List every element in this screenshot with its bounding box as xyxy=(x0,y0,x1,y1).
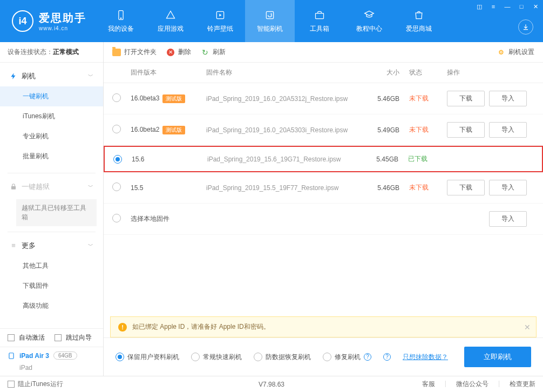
skin-icon[interactable]: ◫ xyxy=(475,2,484,11)
nav-label: 铃声壁纸 xyxy=(207,24,233,33)
main-content: 打开文件夹 ✕删除 ↻刷新 ⚙刷机设置 固件版本 固件名称 大小 状态 操作 1… xyxy=(104,42,543,376)
skip-guide-checkbox[interactable] xyxy=(55,334,62,341)
cell-ops: 下载导入 xyxy=(437,91,534,106)
table-row[interactable]: 16.0beta3测试版iPad_Spring_2019_16.0_20A531… xyxy=(104,83,543,114)
sidebar-item-other[interactable]: 其他工具 xyxy=(0,256,103,276)
sidebar-group-flash[interactable]: 刷机 ﹀ xyxy=(0,66,103,86)
btn-label: 打开文件夹 xyxy=(124,48,157,57)
row-radio[interactable] xyxy=(113,155,122,164)
cell-version: 16.0beta2测试版 xyxy=(131,126,206,134)
nav-store[interactable]: 爱思商城 xyxy=(394,0,444,42)
row-radio[interactable] xyxy=(112,125,121,133)
folder-icon xyxy=(112,49,121,56)
close-warning-icon[interactable]: ✕ xyxy=(524,323,531,332)
conn-value: 正常模式 xyxy=(53,48,79,56)
sidebar-group-jailbreak[interactable]: 一键越狱 ﹀ xyxy=(0,177,103,197)
help-icon[interactable]: ? xyxy=(383,353,391,361)
group-label: 更多 xyxy=(22,241,36,251)
cell-filename: iPad_Spring_2019_16.0_20A5303i_Restore.i… xyxy=(206,126,356,134)
import-button[interactable]: 导入 xyxy=(489,91,527,106)
nav-tutorials[interactable]: 教程中心 xyxy=(344,0,394,42)
flash-now-button[interactable]: 立即刷机 xyxy=(464,347,531,367)
th-size: 大小 xyxy=(356,68,399,77)
row-radio[interactable] xyxy=(112,93,121,102)
footer-wechat[interactable]: 微信公众号 xyxy=(456,380,488,389)
close-icon[interactable]: ✕ xyxy=(531,2,540,11)
nav-label: 爱思商城 xyxy=(406,24,432,33)
cell-local: 选择本地固件 xyxy=(131,214,206,224)
menu-icon[interactable]: ≡ xyxy=(489,2,498,11)
delete-button[interactable]: ✕删除 xyxy=(166,48,191,57)
table-row-local[interactable]: 选择本地固件导入 xyxy=(104,204,543,235)
device-info[interactable]: iPad Air 3 64GB xyxy=(0,347,103,364)
device-type: iPad xyxy=(0,364,103,376)
nav-label: 工具箱 xyxy=(310,24,329,33)
cell-filename: iPad_Spring_2019_15.6_19G71_Restore.ipsw xyxy=(207,156,355,163)
flash-options: 保留用户资料刷机 常规快速刷机 防数据恢复刷机 修复刷机? ? 只想抹除数据？ … xyxy=(104,337,543,376)
download-manager-icon[interactable] xyxy=(518,19,533,35)
radio-icon xyxy=(116,353,124,361)
cell-filename: iPad_Spring_2019_16.0_20A5312j_Restore.i… xyxy=(206,95,356,103)
cell-version: 15.6 xyxy=(132,156,207,163)
opt-anti-recovery[interactable]: 防数据恢复刷机 xyxy=(254,353,311,362)
nav-label: 应用游戏 xyxy=(158,24,184,33)
stop-itunes-checkbox[interactable] xyxy=(8,381,15,388)
cell-status: 已下载 xyxy=(398,154,436,164)
toolbar: 打开文件夹 ✕删除 ↻刷新 ⚙刷机设置 xyxy=(104,42,543,63)
nav-toolbox[interactable]: 工具箱 xyxy=(295,0,344,42)
chevron-down-icon: ﹀ xyxy=(88,72,93,80)
refresh-button[interactable]: ↻刷新 xyxy=(201,48,226,57)
help-icon[interactable]: ? xyxy=(364,353,371,361)
import-button[interactable]: 导入 xyxy=(489,211,527,227)
nav-ringtones[interactable]: 铃声壁纸 xyxy=(195,0,245,42)
gear-icon: ⚙ xyxy=(497,48,505,57)
maximize-icon[interactable]: □ xyxy=(517,2,526,11)
nav-my-device[interactable]: 我的设备 xyxy=(96,0,146,42)
download-button[interactable]: 下载 xyxy=(447,180,485,195)
table-row[interactable]: 16.0beta2测试版iPad_Spring_2019_16.0_20A530… xyxy=(104,114,543,146)
import-button[interactable]: 导入 xyxy=(489,180,527,195)
app-logo: i4 爱思助手 www.i4.cn xyxy=(0,0,96,42)
footer-update[interactable]: 检查更新 xyxy=(510,380,535,389)
svg-rect-4 xyxy=(316,13,324,18)
status-bar: 阻止iTunes运行 V7.98.63 客服| 微信公众号| 检查更新 xyxy=(0,376,543,392)
auto-activate-checkbox[interactable] xyxy=(8,334,15,341)
sidebar-item-itunes[interactable]: iTunes刷机 xyxy=(0,106,103,126)
sidebar-item-oneclick[interactable]: 一键刷机 xyxy=(0,86,103,106)
footer-support[interactable]: 客服 xyxy=(422,380,435,389)
download-button[interactable]: 下载 xyxy=(447,122,485,138)
table-row[interactable]: 15.6iPad_Spring_2019_15.6_19G71_Restore.… xyxy=(104,146,543,172)
nav-apps[interactable]: 应用游戏 xyxy=(146,0,195,42)
cell-size: 5.46GB xyxy=(356,184,399,192)
svg-rect-6 xyxy=(9,353,13,359)
th-status: 状态 xyxy=(399,68,437,77)
opt-normal[interactable]: 常规快速刷机 xyxy=(191,353,242,362)
sidebar-item-pro[interactable]: 专业刷机 xyxy=(0,126,103,146)
row-radio[interactable] xyxy=(112,214,121,222)
sidebar-item-advanced[interactable]: 高级功能 xyxy=(0,296,103,316)
nav-label: 我的设备 xyxy=(108,24,134,33)
opt-repair[interactable]: 修复刷机? xyxy=(323,353,371,362)
cell-version: 15.5 xyxy=(131,184,206,192)
nav-flash[interactable]: 智能刷机 xyxy=(245,0,295,42)
settings-button[interactable]: ⚙刷机设置 xyxy=(497,48,534,57)
download-button[interactable]: 下载 xyxy=(447,91,485,106)
erase-link[interactable]: 只想抹除数据？ xyxy=(403,353,448,362)
opt-label: 防数据恢复刷机 xyxy=(266,353,311,362)
btn-label: 刷机设置 xyxy=(508,48,534,57)
table-row[interactable]: 15.5iPad_Spring_2019_15.5_19F77_Restore.… xyxy=(104,172,543,204)
opt-label: 常规快速刷机 xyxy=(203,353,242,362)
th-version: 固件版本 xyxy=(131,68,206,77)
sidebar-group-more[interactable]: ≡ 更多 ﹀ xyxy=(0,235,103,256)
jailbreak-note: 越狱工具已转移至工具箱 xyxy=(16,199,97,226)
cell-status: 未下载 xyxy=(399,125,437,134)
sidebar-item-download[interactable]: 下载固件 xyxy=(0,276,103,296)
row-radio[interactable] xyxy=(112,183,121,191)
conn-label: 设备连接状态： xyxy=(8,48,53,56)
opt-keep-data[interactable]: 保留用户资料刷机 xyxy=(116,353,179,362)
sidebar-item-batch[interactable]: 批量刷机 xyxy=(0,146,103,166)
minimize-icon[interactable]: — xyxy=(503,2,512,11)
import-button[interactable]: 导入 xyxy=(489,122,527,138)
delete-icon: ✕ xyxy=(167,49,174,56)
open-folder-button[interactable]: 打开文件夹 xyxy=(112,48,157,57)
